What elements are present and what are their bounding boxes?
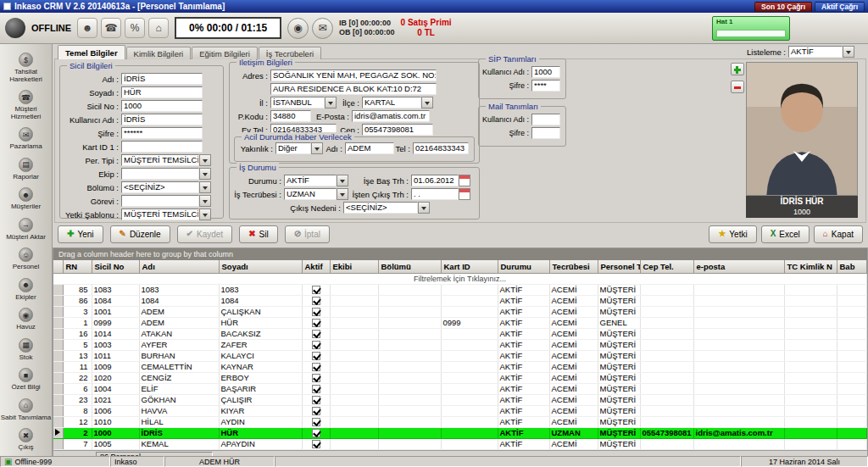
column-header[interactable]: Adı xyxy=(139,260,219,273)
chevron-down-icon[interactable] xyxy=(199,168,211,180)
table-row[interactable]: 22 1020 CENGİZ ERBOY AKTİF ACEMİ MÜŞTERİ xyxy=(53,372,867,383)
column-header[interactable]: Bölümü xyxy=(378,260,441,273)
remove-photo-button[interactable] xyxy=(731,81,744,93)
cikis-nedeni-select[interactable]: <SEÇİNİZ> xyxy=(343,202,418,214)
column-header[interactable]: Kart ID xyxy=(441,260,498,273)
eposta-input[interactable]: idris@amatis.com.tr xyxy=(352,110,430,122)
chevron-down-icon[interactable] xyxy=(199,154,211,166)
grid-filter-row[interactable]: Filtrelemek İçin Tıklayınız... xyxy=(53,273,867,284)
calendar-icon[interactable] xyxy=(459,188,470,200)
cep-input[interactable]: 05547398081 xyxy=(362,124,433,136)
chevron-down-icon[interactable] xyxy=(199,181,211,193)
add-photo-button[interactable] xyxy=(731,63,744,75)
column-header[interactable]: Aktif xyxy=(302,260,330,273)
tab[interactable]: Eğitim Bilgileri xyxy=(192,47,258,59)
yeni-button[interactable]: ✚ Yeni xyxy=(58,225,103,243)
pkodu-input[interactable]: 34880 xyxy=(270,110,311,122)
aktif-checkbox[interactable] xyxy=(312,330,320,338)
aktif-checkbox[interactable] xyxy=(312,385,320,393)
gorevi-select[interactable] xyxy=(121,195,199,207)
son10-cagri-button[interactable]: Son 10 Çağrı xyxy=(754,2,812,12)
aktif-cagri-button[interactable]: Aktif Çağrı xyxy=(815,2,865,12)
chevron-down-icon[interactable] xyxy=(337,188,348,200)
kullanici-adi-input[interactable]: İDRİS xyxy=(121,114,203,125)
yetki-sablonu-select[interactable]: MÜŞTERİ TEMSİLCİSİ xyxy=(121,208,199,220)
headset-icon[interactable]: ◉ xyxy=(287,18,309,39)
mail-sifre-input[interactable] xyxy=(531,127,560,139)
kart-id-input[interactable] xyxy=(121,141,203,153)
ilce-select[interactable]: KARTAL xyxy=(362,97,421,108)
kapat-button[interactable]: ⌂ Kapat xyxy=(814,225,863,243)
grid-group-panel[interactable]: Drag a column header here to group by th… xyxy=(53,248,867,260)
acil-adi-input[interactable]: ADEM xyxy=(345,142,394,154)
sidebar-item-raporlar[interactable]: ▤ Raporlar xyxy=(1,158,52,181)
column-header[interactable]: Durumu xyxy=(498,260,549,273)
tab[interactable]: İş Tecrübeleri xyxy=(259,47,321,59)
aktif-checkbox[interactable] xyxy=(312,407,320,415)
isebas-date-input[interactable]: 01.06.2012 xyxy=(411,175,459,186)
aktif-checkbox[interactable] xyxy=(312,440,320,448)
column-header[interactable]: Personel T xyxy=(598,260,640,273)
is-tecrubesi-select[interactable]: UZMAN xyxy=(284,188,337,200)
aktif-checkbox[interactable] xyxy=(312,363,320,371)
table-row[interactable]: 86 1084 1084 1084 AKTİF ACEMİ MÜŞTERİ xyxy=(53,295,867,306)
sidebar-item-ozet-bilgi[interactable]: ■ Özet Bilgi xyxy=(1,368,52,392)
sidebar-item-cikis[interactable]: ✖ Çıkış xyxy=(1,428,52,452)
chevron-down-icon[interactable] xyxy=(199,208,211,220)
office-icon[interactable]: ⌂ xyxy=(148,18,169,38)
sidebar-item-ekipler[interactable]: ☻ Ekipler xyxy=(1,278,52,302)
message-icon[interactable]: ✉ xyxy=(312,18,333,39)
agents-icon[interactable]: ☻ xyxy=(77,18,97,38)
aktif-checkbox[interactable] xyxy=(312,297,320,305)
aktif-checkbox[interactable] xyxy=(312,352,320,360)
duzenle-button[interactable]: ✎ Düzenle xyxy=(110,225,170,243)
sidebar-item-personel[interactable]: ☺ Personel xyxy=(1,247,52,271)
excel-button[interactable]: X Excel xyxy=(761,225,810,243)
yetki-button[interactable]: ★ Yetki xyxy=(709,225,756,243)
adres-input-1[interactable]: SOĞANLIK YENİ MAH, PEGAGAZ SOK. NO:4 xyxy=(270,69,437,81)
table-row[interactable]: 13 1011 BURHAN KALAYCI AKTİF ACEMİ MÜŞTE… xyxy=(53,350,867,361)
aktif-checkbox[interactable] xyxy=(312,341,320,349)
sidebar-item-musteri-hizmetleri[interactable]: ☎ Müşteri Hizmetleri xyxy=(1,90,52,120)
sidebar-item-sabit-tanimlama[interactable]: ⌂ Sabit Tanımlama xyxy=(1,398,52,422)
ekip-select[interactable] xyxy=(121,168,199,180)
aktif-checkbox[interactable] xyxy=(312,374,320,382)
durumu-select[interactable]: AKTİF xyxy=(284,175,337,186)
column-header[interactable]: e-posta xyxy=(693,260,784,273)
kaydet-button[interactable]: ✔ Kaydet xyxy=(177,225,233,243)
per-tipi-select[interactable]: MÜŞTERİ TEMSİLCİSİ xyxy=(121,154,199,166)
aktif-checkbox[interactable] xyxy=(312,319,320,327)
table-row[interactable]: 7 1005 KEMAL APAYDIN AKTİF ACEMİ MÜŞTERİ xyxy=(53,438,867,449)
chevron-down-icon[interactable] xyxy=(421,97,433,108)
mail-kullanici-input[interactable] xyxy=(531,114,560,125)
calendar-icon[interactable] xyxy=(459,175,470,186)
iptal-button[interactable]: ⊘ İptal xyxy=(285,225,330,243)
table-row[interactable]: 23 1021 GÖKHAN ÇALIŞIR AKTİF ACEMİ MÜŞTE… xyxy=(53,394,867,405)
column-header[interactable]: Bab xyxy=(837,260,867,273)
chevron-down-icon[interactable] xyxy=(325,97,337,108)
aktif-checkbox[interactable] xyxy=(312,396,320,404)
chevron-down-icon[interactable] xyxy=(199,195,211,207)
activity-icon[interactable]: ☎ xyxy=(101,18,121,38)
cikis-trh-date-input[interactable]: . . xyxy=(411,188,459,200)
aktif-checkbox[interactable] xyxy=(312,286,320,294)
table-row[interactable]: 12 1010 HİLAL AYDIN AKTİF ACEMİ MÜŞTERİ xyxy=(53,416,867,427)
chevron-down-icon[interactable] xyxy=(418,202,430,214)
column-header[interactable]: Tecrübesi xyxy=(549,260,598,273)
sidebar-item-musteri-aktar[interactable]: → Müşteri Aktar xyxy=(1,218,52,242)
yakinlik-select[interactable]: Diğer xyxy=(275,142,311,154)
soyadi-input[interactable]: HÜR xyxy=(121,86,203,98)
table-row[interactable]: 6 1004 ELİF BAŞARIR AKTİF ACEMİ MÜŞTERİ xyxy=(53,383,867,394)
column-header[interactable]: Sicil No xyxy=(92,260,139,273)
filter-hint[interactable]: Filtrelemek İçin Tıklayınız... xyxy=(53,273,867,284)
tab[interactable]: Temel Bilgiler xyxy=(58,45,125,59)
chevron-down-icon[interactable] xyxy=(337,175,348,186)
sip-sifre-input[interactable]: **** xyxy=(531,80,560,92)
aktif-checkbox[interactable] xyxy=(312,429,320,437)
sidebar-item-havuz[interactable]: ◉ Havuz xyxy=(1,308,52,331)
column-header[interactable]: Soyadı xyxy=(219,260,302,273)
sicil-no-input[interactable]: 1000 xyxy=(121,100,203,112)
table-row[interactable]: 16 1014 ATAKAN BACAKSIZ AKTİF ACEMİ MÜŞT… xyxy=(53,328,867,339)
table-row[interactable]: 2 1000 İDRİS HÜR AKTİF UZMAN MÜŞTERİ 055… xyxy=(53,427,867,438)
adres-input-2[interactable]: AURA RESIDENCE A BLOK KAT:10 D:72 xyxy=(270,83,437,95)
